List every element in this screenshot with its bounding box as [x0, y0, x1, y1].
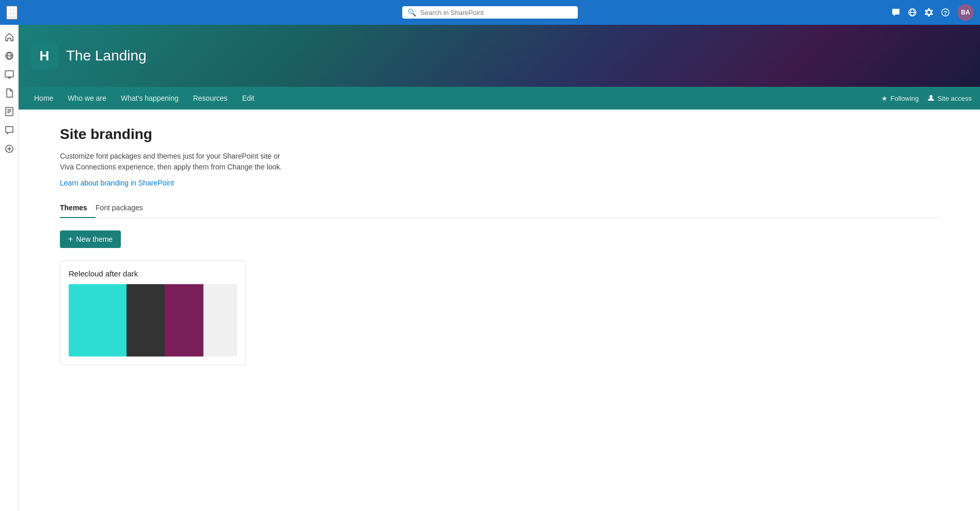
- person-icon: [927, 94, 935, 103]
- chat-icon-button[interactable]: [891, 8, 900, 17]
- top-bar: 🔍 ? BA: [0, 0, 980, 25]
- svg-rect-1: [11, 7, 13, 9]
- nav-right: ★ Following Site access: [881, 94, 972, 103]
- svg-rect-0: [7, 7, 10, 9]
- following-label: Following: [891, 95, 919, 102]
- top-bar-right: ? BA: [891, 4, 974, 21]
- svg-rect-5: [14, 10, 17, 13]
- nav-home[interactable]: Home: [27, 87, 60, 110]
- nav-bar: Home Who we are What's happening Resourc…: [19, 87, 980, 110]
- site-access-label: Site access: [938, 95, 972, 102]
- following-button[interactable]: ★ Following: [881, 95, 919, 102]
- svg-text:?: ?: [944, 10, 947, 16]
- swatch-light-gray: [203, 284, 237, 357]
- nav-whats-happening[interactable]: What's happening: [114, 87, 186, 110]
- search-icon: 🔍: [407, 8, 416, 17]
- new-theme-button[interactable]: + New theme: [60, 230, 121, 248]
- settings-icon-button[interactable]: [924, 8, 934, 17]
- site-header: H The Landing: [19, 25, 980, 87]
- app-body: H The Landing Home Who we are What's hap…: [0, 25, 980, 511]
- plus-icon: +: [68, 235, 73, 244]
- sidebar-home-button[interactable]: [1, 29, 18, 45]
- svg-rect-2: [14, 7, 17, 9]
- swatch-cyan: [69, 284, 127, 357]
- search-input[interactable]: [420, 9, 573, 17]
- tab-themes[interactable]: Themes: [60, 199, 96, 218]
- search-bar[interactable]: 🔍: [402, 6, 578, 19]
- tab-font-packages[interactable]: Font packages: [96, 199, 151, 218]
- theme-card-name: Relecloud after dark: [69, 269, 237, 278]
- nav-who-we-are[interactable]: Who we are: [60, 87, 114, 110]
- learn-link[interactable]: Learn about branding in SharePoint: [60, 179, 939, 187]
- sidebar-add-button[interactable]: [1, 141, 18, 157]
- sidebar-tv-button[interactable]: [1, 66, 18, 83]
- sidebar-globe-button[interactable]: [1, 48, 18, 64]
- new-theme-label: New theme: [76, 235, 113, 243]
- page-content: Site branding Customize font packages an…: [19, 110, 980, 511]
- svg-rect-7: [11, 14, 13, 16]
- svg-rect-8: [14, 14, 17, 16]
- tabs: Themes Font packages: [60, 199, 939, 218]
- page-description: Customize font packages and themes just …: [60, 151, 287, 173]
- nav-edit[interactable]: Edit: [235, 87, 262, 110]
- site-title: The Landing: [66, 48, 147, 64]
- help-icon-button[interactable]: ?: [941, 8, 950, 17]
- sidebar: [0, 25, 19, 511]
- svg-rect-6: [7, 14, 10, 16]
- site-access-button[interactable]: Site access: [927, 94, 972, 103]
- network-icon-button[interactable]: [908, 8, 917, 17]
- swatch-purple: [165, 284, 203, 357]
- nav-left: Home Who we are What's happening Resourc…: [27, 87, 881, 110]
- nav-resources[interactable]: Resources: [186, 87, 235, 110]
- content-area: H The Landing Home Who we are What's hap…: [19, 25, 980, 511]
- page-title: Site branding: [60, 126, 939, 143]
- svg-rect-3: [7, 10, 10, 13]
- theme-card: Relecloud after dark: [60, 260, 246, 365]
- sidebar-chat-button[interactable]: [1, 122, 18, 138]
- svg-rect-18: [6, 107, 13, 116]
- sidebar-doc-button[interactable]: [1, 85, 18, 101]
- site-logo: H: [31, 42, 58, 69]
- svg-rect-15: [5, 71, 13, 77]
- svg-rect-4: [11, 10, 13, 13]
- star-icon: ★: [881, 95, 888, 102]
- color-swatches: [69, 284, 237, 357]
- sidebar-notes-button[interactable]: [1, 103, 18, 120]
- top-bar-left: [6, 6, 18, 20]
- waffle-menu-button[interactable]: [6, 6, 18, 20]
- svg-point-25: [929, 95, 932, 98]
- avatar[interactable]: BA: [957, 4, 974, 21]
- swatch-dark-gray: [127, 284, 165, 357]
